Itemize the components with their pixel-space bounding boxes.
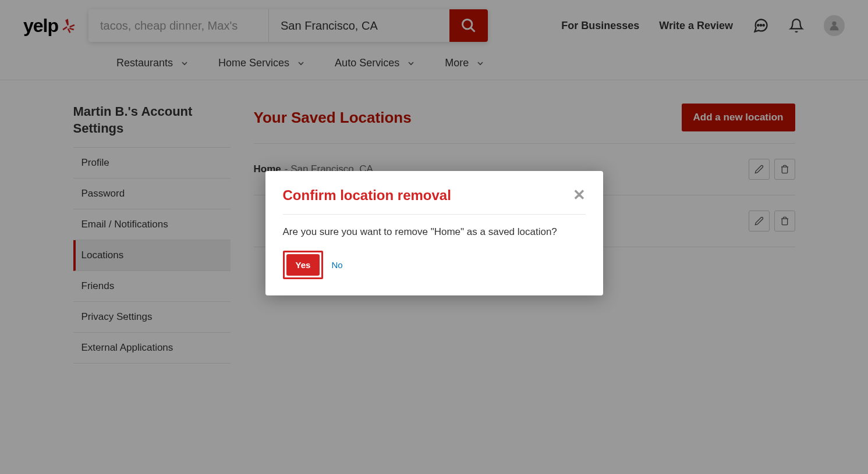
modal-close-button[interactable]: ✕ — [573, 187, 586, 202]
close-icon: ✕ — [573, 186, 586, 204]
modal-overlay: Confirm location removal ✕ Are you sure … — [0, 0, 868, 474]
modal-title: Confirm location removal — [283, 187, 451, 204]
yes-highlight-box: Yes — [283, 251, 324, 279]
modal-actions: Yes No — [283, 251, 586, 279]
confirm-no-link[interactable]: No — [331, 260, 342, 270]
confirm-yes-button[interactable]: Yes — [286, 254, 320, 276]
modal-body-text: Are you sure you want to remove "Home" a… — [283, 226, 586, 238]
confirm-removal-modal: Confirm location removal ✕ Are you sure … — [265, 171, 603, 295]
modal-header: Confirm location removal ✕ — [283, 187, 586, 215]
